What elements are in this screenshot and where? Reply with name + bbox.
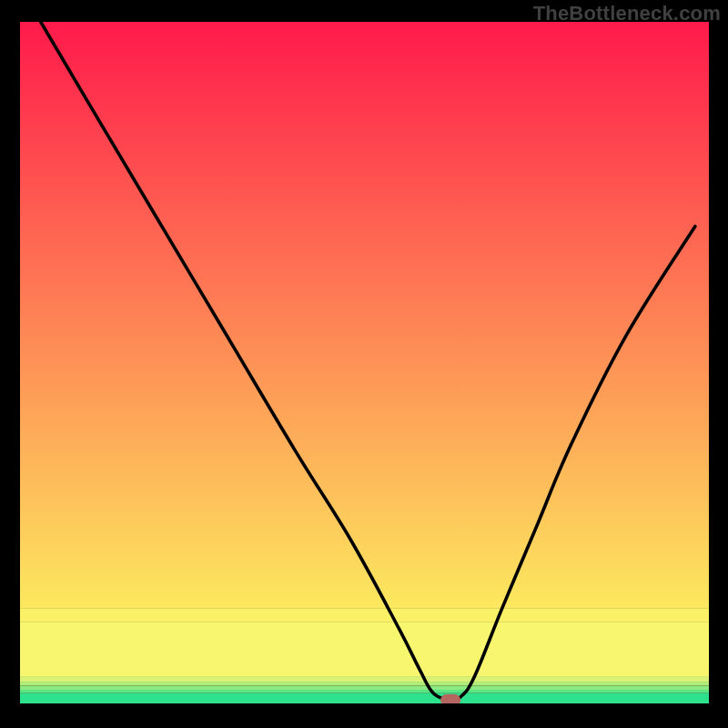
color-band xyxy=(20,676,709,682)
color-band xyxy=(20,693,709,703)
color-band xyxy=(20,686,709,690)
plot-area xyxy=(20,22,709,706)
color-band xyxy=(20,622,709,676)
color-band xyxy=(20,608,709,622)
bottleneck-chart xyxy=(0,0,728,728)
watermark-label: TheBottleneck.com xyxy=(533,2,721,25)
color-band xyxy=(20,690,709,693)
gradient-band xyxy=(20,22,709,608)
color-band xyxy=(20,682,709,685)
